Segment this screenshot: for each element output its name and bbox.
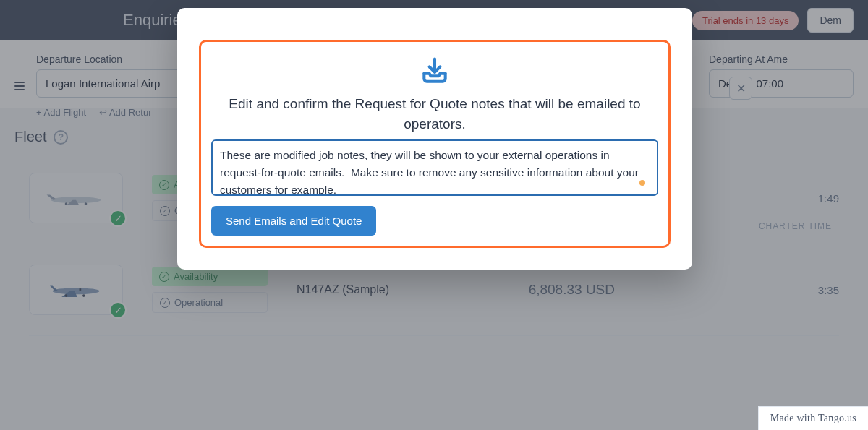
send-emails-button[interactable]: Send Emails and Edit Quote	[211, 206, 376, 236]
watermark: Made with Tango.us	[758, 406, 868, 430]
modal-heading: Edit and confirm the Request for Quote n…	[211, 94, 658, 134]
rfq-modal: Edit and confirm the Request for Quote n…	[177, 8, 692, 270]
notes-wrapper	[211, 139, 658, 199]
highlight-region: Edit and confirm the Request for Quote n…	[199, 40, 671, 248]
inbox-icon	[211, 55, 658, 87]
notes-textarea[interactable]	[211, 139, 658, 196]
